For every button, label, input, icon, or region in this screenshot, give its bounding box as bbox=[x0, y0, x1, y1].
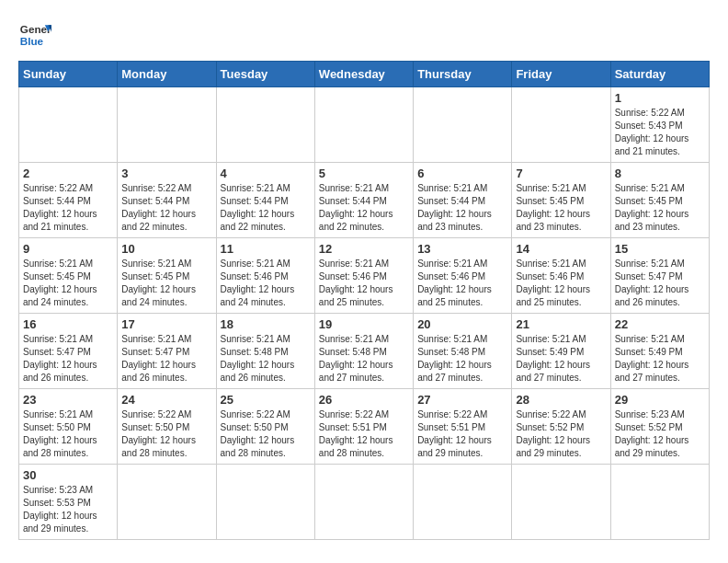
day-number: 29 bbox=[615, 393, 705, 407]
calendar-cell: 2Sunrise: 5:22 AM Sunset: 5:44 PM Daylig… bbox=[19, 163, 118, 238]
calendar-cell bbox=[314, 87, 413, 163]
calendar-cell: 3Sunrise: 5:22 AM Sunset: 5:44 PM Daylig… bbox=[118, 163, 216, 238]
calendar-cell bbox=[118, 465, 216, 540]
calendar-cell bbox=[512, 465, 610, 540]
header: General Blue bbox=[18, 18, 710, 52]
calendar-cell: 30Sunrise: 5:23 AM Sunset: 5:53 PM Dayli… bbox=[19, 465, 118, 540]
day-header-tuesday: Tuesday bbox=[216, 62, 314, 87]
calendar-cell: 26Sunrise: 5:22 AM Sunset: 5:51 PM Dayli… bbox=[314, 389, 413, 465]
day-number: 17 bbox=[121, 317, 211, 331]
day-number: 30 bbox=[23, 468, 113, 482]
calendar-cell: 24Sunrise: 5:22 AM Sunset: 5:50 PM Dayli… bbox=[118, 389, 216, 465]
calendar-week-row: 1Sunrise: 5:22 AM Sunset: 5:43 PM Daylig… bbox=[19, 87, 710, 163]
calendar-cell bbox=[118, 87, 216, 163]
day-number: 22 bbox=[615, 317, 705, 331]
calendar-cell: 11Sunrise: 5:21 AM Sunset: 5:46 PM Dayli… bbox=[216, 238, 314, 314]
day-info: Sunrise: 5:22 AM Sunset: 5:52 PM Dayligh… bbox=[516, 408, 606, 460]
calendar-cell: 22Sunrise: 5:21 AM Sunset: 5:49 PM Dayli… bbox=[610, 314, 709, 389]
calendar-week-row: 30Sunrise: 5:23 AM Sunset: 5:53 PM Dayli… bbox=[19, 465, 710, 540]
day-number: 12 bbox=[319, 242, 409, 256]
day-info: Sunrise: 5:22 AM Sunset: 5:50 PM Dayligh… bbox=[121, 408, 211, 460]
calendar-cell: 16Sunrise: 5:21 AM Sunset: 5:47 PM Dayli… bbox=[19, 314, 118, 389]
day-number: 26 bbox=[319, 393, 409, 407]
calendar-cell: 17Sunrise: 5:21 AM Sunset: 5:47 PM Dayli… bbox=[118, 314, 216, 389]
calendar-cell bbox=[216, 87, 314, 163]
calendar-cell: 14Sunrise: 5:21 AM Sunset: 5:46 PM Dayli… bbox=[512, 238, 610, 314]
day-number: 16 bbox=[23, 317, 113, 331]
day-info: Sunrise: 5:23 AM Sunset: 5:53 PM Dayligh… bbox=[23, 484, 113, 535]
calendar-header-row: SundayMondayTuesdayWednesdayThursdayFrid… bbox=[19, 62, 710, 87]
calendar-cell: 23Sunrise: 5:21 AM Sunset: 5:50 PM Dayli… bbox=[19, 389, 118, 465]
day-info: Sunrise: 5:21 AM Sunset: 5:48 PM Dayligh… bbox=[221, 333, 311, 385]
day-info: Sunrise: 5:22 AM Sunset: 5:50 PM Dayligh… bbox=[221, 408, 311, 460]
day-number: 10 bbox=[121, 242, 211, 256]
day-info: Sunrise: 5:22 AM Sunset: 5:43 PM Dayligh… bbox=[615, 107, 705, 158]
day-number: 6 bbox=[417, 167, 507, 180]
day-info: Sunrise: 5:21 AM Sunset: 5:45 PM Dayligh… bbox=[121, 258, 211, 309]
calendar-cell bbox=[314, 465, 413, 540]
day-info: Sunrise: 5:21 AM Sunset: 5:46 PM Dayligh… bbox=[516, 258, 606, 309]
day-number: 9 bbox=[23, 242, 113, 256]
day-info: Sunrise: 5:21 AM Sunset: 5:50 PM Dayligh… bbox=[23, 408, 113, 460]
day-number: 1 bbox=[615, 91, 705, 105]
day-info: Sunrise: 5:21 AM Sunset: 5:44 PM Dayligh… bbox=[417, 182, 507, 234]
day-header-sunday: Sunday bbox=[19, 62, 118, 87]
calendar-cell: 15Sunrise: 5:21 AM Sunset: 5:47 PM Dayli… bbox=[610, 238, 709, 314]
calendar-cell: 29Sunrise: 5:23 AM Sunset: 5:52 PM Dayli… bbox=[610, 389, 709, 465]
day-info: Sunrise: 5:21 AM Sunset: 5:49 PM Dayligh… bbox=[516, 333, 606, 385]
day-number: 18 bbox=[221, 317, 311, 331]
day-info: Sunrise: 5:21 AM Sunset: 5:47 PM Dayligh… bbox=[23, 333, 113, 385]
calendar-cell: 6Sunrise: 5:21 AM Sunset: 5:44 PM Daylig… bbox=[414, 163, 512, 238]
calendar-cell: 8Sunrise: 5:21 AM Sunset: 5:45 PM Daylig… bbox=[610, 163, 709, 238]
calendar-cell bbox=[610, 465, 709, 540]
calendar-cell: 27Sunrise: 5:22 AM Sunset: 5:51 PM Dayli… bbox=[414, 389, 512, 465]
calendar-cell: 20Sunrise: 5:21 AM Sunset: 5:48 PM Dayli… bbox=[414, 314, 512, 389]
calendar-cell bbox=[414, 87, 512, 163]
logo-icon: General Blue bbox=[18, 18, 51, 52]
calendar-week-row: 2Sunrise: 5:22 AM Sunset: 5:44 PM Daylig… bbox=[19, 163, 710, 238]
day-number: 5 bbox=[319, 167, 409, 180]
day-info: Sunrise: 5:21 AM Sunset: 5:48 PM Dayligh… bbox=[417, 333, 507, 385]
day-header-monday: Monday bbox=[118, 62, 216, 87]
day-info: Sunrise: 5:22 AM Sunset: 5:44 PM Dayligh… bbox=[121, 182, 211, 234]
day-info: Sunrise: 5:22 AM Sunset: 5:51 PM Dayligh… bbox=[417, 408, 507, 460]
logo: General Blue bbox=[18, 18, 51, 52]
calendar-cell: 19Sunrise: 5:21 AM Sunset: 5:48 PM Dayli… bbox=[314, 314, 413, 389]
day-number: 24 bbox=[121, 393, 211, 407]
calendar-cell: 9Sunrise: 5:21 AM Sunset: 5:45 PM Daylig… bbox=[19, 238, 118, 314]
day-header-wednesday: Wednesday bbox=[314, 62, 413, 87]
calendar-cell: 10Sunrise: 5:21 AM Sunset: 5:45 PM Dayli… bbox=[118, 238, 216, 314]
calendar-cell bbox=[512, 87, 610, 163]
day-info: Sunrise: 5:21 AM Sunset: 5:46 PM Dayligh… bbox=[319, 258, 409, 309]
day-number: 28 bbox=[516, 393, 606, 407]
calendar-week-row: 23Sunrise: 5:21 AM Sunset: 5:50 PM Dayli… bbox=[19, 389, 710, 465]
day-number: 19 bbox=[319, 317, 409, 331]
calendar-week-row: 9Sunrise: 5:21 AM Sunset: 5:45 PM Daylig… bbox=[19, 238, 710, 314]
day-header-friday: Friday bbox=[512, 62, 610, 87]
day-info: Sunrise: 5:22 AM Sunset: 5:51 PM Dayligh… bbox=[319, 408, 409, 460]
day-info: Sunrise: 5:21 AM Sunset: 5:49 PM Dayligh… bbox=[615, 333, 705, 385]
svg-text:Blue: Blue bbox=[20, 35, 44, 47]
day-info: Sunrise: 5:22 AM Sunset: 5:44 PM Dayligh… bbox=[23, 182, 113, 234]
calendar-cell bbox=[216, 465, 314, 540]
day-number: 21 bbox=[516, 317, 606, 331]
day-info: Sunrise: 5:21 AM Sunset: 5:44 PM Dayligh… bbox=[319, 182, 409, 234]
calendar-cell bbox=[19, 87, 118, 163]
calendar-cell: 25Sunrise: 5:22 AM Sunset: 5:50 PM Dayli… bbox=[216, 389, 314, 465]
calendar-cell: 12Sunrise: 5:21 AM Sunset: 5:46 PM Dayli… bbox=[314, 238, 413, 314]
day-info: Sunrise: 5:21 AM Sunset: 5:47 PM Dayligh… bbox=[121, 333, 211, 385]
day-number: 27 bbox=[417, 393, 507, 407]
day-info: Sunrise: 5:21 AM Sunset: 5:45 PM Dayligh… bbox=[516, 182, 606, 234]
calendar-cell: 28Sunrise: 5:22 AM Sunset: 5:52 PM Dayli… bbox=[512, 389, 610, 465]
day-info: Sunrise: 5:21 AM Sunset: 5:47 PM Dayligh… bbox=[615, 258, 705, 309]
svg-text:General: General bbox=[20, 23, 51, 35]
day-number: 4 bbox=[221, 167, 311, 180]
day-number: 23 bbox=[23, 393, 113, 407]
calendar-cell: 5Sunrise: 5:21 AM Sunset: 5:44 PM Daylig… bbox=[314, 163, 413, 238]
calendar-cell: 7Sunrise: 5:21 AM Sunset: 5:45 PM Daylig… bbox=[512, 163, 610, 238]
day-number: 7 bbox=[516, 167, 606, 180]
calendar-cell: 18Sunrise: 5:21 AM Sunset: 5:48 PM Dayli… bbox=[216, 314, 314, 389]
day-info: Sunrise: 5:21 AM Sunset: 5:46 PM Dayligh… bbox=[417, 258, 507, 309]
day-info: Sunrise: 5:21 AM Sunset: 5:45 PM Dayligh… bbox=[23, 258, 113, 309]
day-number: 11 bbox=[221, 242, 311, 256]
